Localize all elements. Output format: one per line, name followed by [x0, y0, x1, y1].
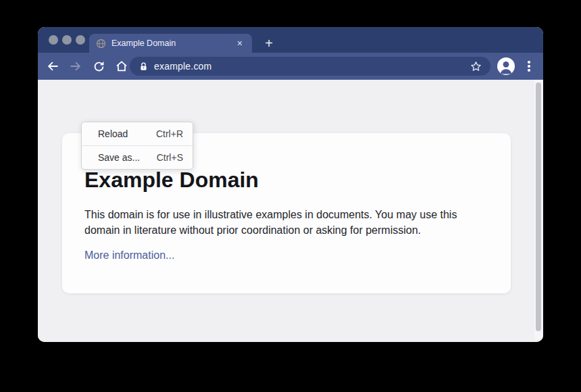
- menu-item-shortcut: Ctrl+S: [157, 152, 183, 163]
- tab-close-icon[interactable]: ×: [234, 37, 245, 49]
- titlebar: Example Domain × +: [38, 27, 543, 53]
- back-arrow-icon: [46, 59, 59, 73]
- back-button[interactable]: [45, 58, 61, 74]
- reload-icon: [93, 60, 105, 73]
- home-button[interactable]: [113, 58, 130, 74]
- scrollbar-track[interactable]: [534, 80, 542, 339]
- menu-item-shortcut: Ctrl+R: [156, 128, 183, 139]
- new-tab-button[interactable]: +: [261, 35, 277, 51]
- window-zoom-button[interactable]: [76, 35, 85, 45]
- tab-title: Example Domain: [111, 39, 234, 48]
- menu-item-save-as[interactable]: Save as... Ctrl+S: [82, 145, 193, 169]
- paragraph-line: domain in literature without prior coord…: [84, 222, 488, 238]
- browser-window: Example Domain × +: [38, 27, 543, 342]
- reload-button[interactable]: [91, 58, 107, 74]
- menu-item-reload[interactable]: Reload Ctrl+R: [82, 122, 193, 145]
- address-bar[interactable]: example.com: [130, 57, 490, 76]
- forward-button[interactable]: [68, 58, 84, 74]
- lock-icon[interactable]: [139, 62, 148, 72]
- forward-arrow-icon: [69, 59, 82, 73]
- nav-icons: [45, 53, 130, 80]
- paragraph-line: This domain is for use in illustrative e…: [84, 207, 488, 222]
- home-icon: [115, 59, 128, 73]
- profile-avatar-icon[interactable]: [497, 57, 515, 75]
- kebab-dot: [528, 61, 530, 64]
- window-close-button[interactable]: [49, 35, 58, 45]
- scrollbar-thumb[interactable]: [536, 82, 541, 331]
- toolbar: example.com: [38, 53, 543, 80]
- kebab-dot: [528, 69, 530, 72]
- url-text: example.com: [154, 61, 211, 72]
- context-menu: Reload Ctrl+R Save as... Ctrl+S: [81, 122, 193, 170]
- window-minimize-button[interactable]: [62, 35, 72, 45]
- more-information-link[interactable]: More information...: [84, 249, 174, 262]
- menu-item-label: Save as...: [98, 152, 140, 163]
- kebab-dot: [528, 65, 530, 68]
- page-title: Example Domain: [84, 167, 488, 193]
- menu-item-label: Reload: [98, 128, 128, 139]
- page-paragraph: This domain is for use in illustrative e…: [84, 207, 488, 238]
- tab-example-domain[interactable]: Example Domain ×: [89, 34, 252, 53]
- globe-favicon-icon: [96, 39, 106, 49]
- kebab-menu-button[interactable]: [526, 59, 532, 73]
- traffic-lights: [49, 35, 85, 45]
- star-bookmark-icon[interactable]: [470, 60, 482, 73]
- page-content: Reload Ctrl+R Save as... Ctrl+S Example …: [38, 80, 543, 342]
